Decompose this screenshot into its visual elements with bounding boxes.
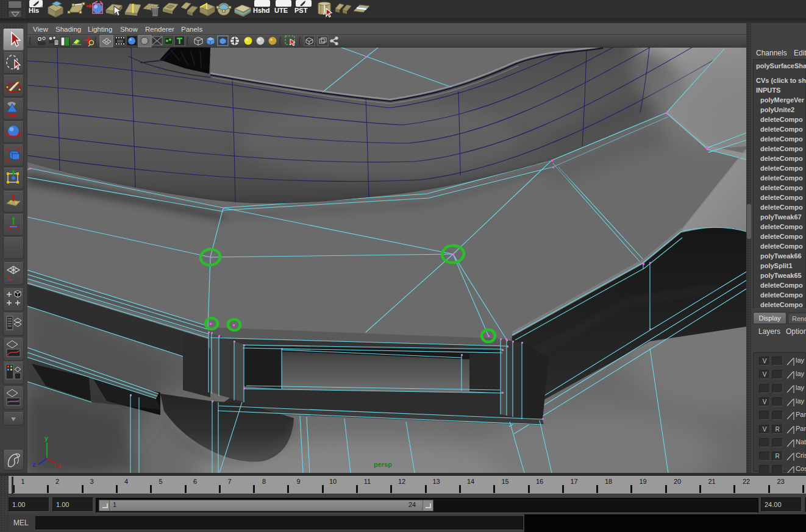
svg-text:x: x <box>57 462 61 469</box>
svg-text:persp: persp <box>374 461 392 468</box>
svg-text:Hshd: Hshd <box>253 7 270 14</box>
svg-text:UTE: UTE <box>274 7 288 14</box>
svg-text:z: z <box>32 461 36 468</box>
svg-text:His: His <box>29 7 39 14</box>
svg-text:PST: PST <box>294 7 308 14</box>
svg-text:y: y <box>45 434 49 442</box>
